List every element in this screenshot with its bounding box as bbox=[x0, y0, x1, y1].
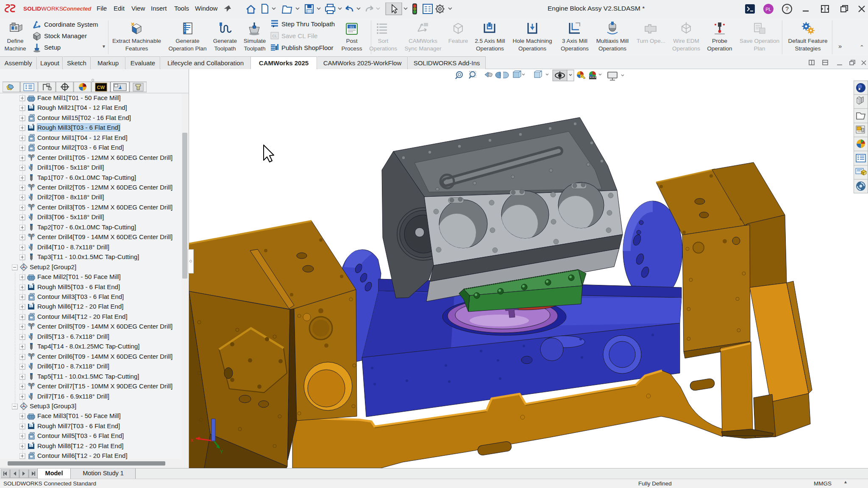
svg-text:x: x bbox=[191, 437, 193, 443]
svg-text:CW: CW bbox=[97, 85, 105, 90]
svg-text:?: ? bbox=[785, 6, 789, 12]
svg-text:Y: Y bbox=[220, 449, 223, 455]
svg-text:PL: PL bbox=[765, 7, 771, 12]
svg-text:CL: CL bbox=[272, 34, 277, 38]
svg-text:G1: G1 bbox=[350, 25, 354, 29]
